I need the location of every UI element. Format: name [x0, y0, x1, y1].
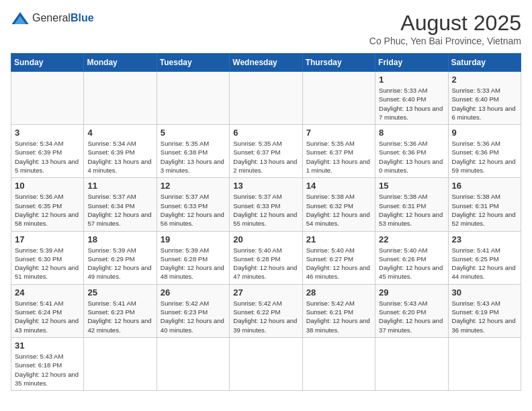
weekday-friday: Friday: [375, 54, 448, 72]
day-number: 12: [161, 181, 226, 191]
week-row-5: 24Sunrise: 5:41 AM Sunset: 6:24 PM Dayli…: [11, 284, 521, 337]
day-info: Sunrise: 5:35 AM Sunset: 6:38 PM Dayligh…: [161, 139, 226, 175]
day-number: 7: [306, 128, 371, 138]
day-info: Sunrise: 5:38 AM Sunset: 6:31 PM Dayligh…: [452, 192, 517, 228]
calendar-cell: 21Sunrise: 5:40 AM Sunset: 6:27 PM Dayli…: [302, 231, 375, 284]
weekday-sunday: Sunday: [11, 54, 84, 72]
logo: GeneralBlue: [11, 11, 94, 26]
day-number: 22: [379, 234, 444, 244]
calendar-cell: [157, 72, 229, 125]
day-number: 18: [87, 234, 152, 244]
day-info: Sunrise: 5:33 AM Sunset: 6:40 PM Dayligh…: [379, 86, 444, 122]
day-info: Sunrise: 5:43 AM Sunset: 6:19 PM Dayligh…: [452, 299, 517, 334]
calendar-cell: 8Sunrise: 5:36 AM Sunset: 6:36 PM Daylig…: [375, 125, 448, 178]
calendar-cell: 14Sunrise: 5:38 AM Sunset: 6:32 PM Dayli…: [302, 178, 375, 231]
calendar-cell: [11, 72, 84, 125]
day-info: Sunrise: 5:37 AM Sunset: 6:33 PM Dayligh…: [233, 192, 298, 228]
day-number: 13: [233, 181, 298, 191]
calendar-cell: [375, 337, 448, 390]
day-number: 2: [452, 75, 517, 85]
calendar-cell: 22Sunrise: 5:40 AM Sunset: 6:26 PM Dayli…: [375, 231, 448, 284]
day-number: 17: [15, 234, 80, 244]
day-number: 24: [15, 287, 80, 298]
calendar-cell: 7Sunrise: 5:35 AM Sunset: 6:37 PM Daylig…: [302, 125, 375, 178]
day-info: Sunrise: 5:38 AM Sunset: 6:31 PM Dayligh…: [379, 192, 444, 228]
calendar-cell: 25Sunrise: 5:41 AM Sunset: 6:23 PM Dayli…: [84, 284, 157, 337]
weekday-tuesday: Tuesday: [157, 54, 229, 72]
calendar-cell: 27Sunrise: 5:42 AM Sunset: 6:22 PM Dayli…: [230, 284, 302, 337]
day-info: Sunrise: 5:35 AM Sunset: 6:37 PM Dayligh…: [306, 139, 371, 175]
day-number: 23: [452, 234, 517, 244]
day-number: 14: [306, 181, 371, 191]
weekday-wednesday: Wednesday: [230, 54, 302, 72]
day-number: 16: [452, 181, 517, 191]
calendar-cell: 19Sunrise: 5:39 AM Sunset: 6:28 PM Dayli…: [157, 231, 229, 284]
calendar-cell: 5Sunrise: 5:35 AM Sunset: 6:38 PM Daylig…: [157, 125, 229, 178]
calendar-cell: 16Sunrise: 5:38 AM Sunset: 6:31 PM Dayli…: [448, 178, 521, 231]
week-row-4: 17Sunrise: 5:39 AM Sunset: 6:30 PM Dayli…: [11, 231, 521, 284]
day-info: Sunrise: 5:40 AM Sunset: 6:28 PM Dayligh…: [233, 246, 298, 281]
calendar-cell: 2Sunrise: 5:33 AM Sunset: 6:40 PM Daylig…: [448, 72, 521, 125]
calendar-cell: [302, 337, 375, 390]
day-info: Sunrise: 5:34 AM Sunset: 6:39 PM Dayligh…: [87, 139, 152, 175]
day-info: Sunrise: 5:37 AM Sunset: 6:33 PM Dayligh…: [161, 192, 226, 228]
calendar-cell: 11Sunrise: 5:37 AM Sunset: 6:34 PM Dayli…: [84, 178, 157, 231]
day-number: 21: [306, 234, 371, 244]
day-info: Sunrise: 5:39 AM Sunset: 6:28 PM Dayligh…: [161, 246, 226, 281]
day-number: 8: [379, 128, 444, 138]
day-info: Sunrise: 5:42 AM Sunset: 6:21 PM Dayligh…: [306, 299, 371, 334]
day-number: 6: [233, 128, 298, 138]
day-number: 9: [452, 128, 517, 138]
weekday-thursday: Thursday: [302, 54, 375, 72]
day-number: 29: [379, 287, 444, 298]
title-area: August 2025 Co Phuc, Yen Bai Province, V…: [369, 11, 521, 46]
week-row-2: 3Sunrise: 5:34 AM Sunset: 6:39 PM Daylig…: [11, 125, 521, 178]
day-info: Sunrise: 5:33 AM Sunset: 6:40 PM Dayligh…: [452, 86, 517, 122]
day-info: Sunrise: 5:40 AM Sunset: 6:26 PM Dayligh…: [379, 246, 444, 281]
day-number: 5: [161, 128, 226, 138]
calendar-cell: 12Sunrise: 5:37 AM Sunset: 6:33 PM Dayli…: [157, 178, 229, 231]
day-info: Sunrise: 5:37 AM Sunset: 6:34 PM Dayligh…: [87, 192, 152, 228]
day-info: Sunrise: 5:43 AM Sunset: 6:20 PM Dayligh…: [379, 299, 444, 334]
day-number: 1: [379, 75, 444, 85]
day-number: 11: [87, 181, 152, 191]
calendar-cell: [448, 337, 521, 390]
calendar-cell: 3Sunrise: 5:34 AM Sunset: 6:39 PM Daylig…: [11, 125, 84, 178]
day-info: Sunrise: 5:36 AM Sunset: 6:36 PM Dayligh…: [379, 139, 444, 175]
week-row-6: 31Sunrise: 5:43 AM Sunset: 6:18 PM Dayli…: [11, 337, 521, 390]
calendar-subtitle: Co Phuc, Yen Bai Province, Vietnam: [369, 36, 521, 46]
calendar-title: August 2025: [369, 11, 521, 36]
calendar-cell: 23Sunrise: 5:41 AM Sunset: 6:25 PM Dayli…: [448, 231, 521, 284]
calendar-cell: [84, 337, 157, 390]
day-number: 15: [379, 181, 444, 191]
day-number: 26: [161, 287, 226, 298]
day-number: 10: [15, 181, 80, 191]
calendar-cell: [157, 337, 229, 390]
day-info: Sunrise: 5:42 AM Sunset: 6:23 PM Dayligh…: [161, 299, 226, 334]
day-info: Sunrise: 5:35 AM Sunset: 6:37 PM Dayligh…: [233, 139, 298, 175]
calendar-cell: 13Sunrise: 5:37 AM Sunset: 6:33 PM Dayli…: [230, 178, 302, 231]
day-info: Sunrise: 5:38 AM Sunset: 6:32 PM Dayligh…: [306, 192, 371, 228]
weekday-header-row: SundayMondayTuesdayWednesdayThursdayFrid…: [11, 54, 521, 72]
calendar-cell: 1Sunrise: 5:33 AM Sunset: 6:40 PM Daylig…: [375, 72, 448, 125]
day-info: Sunrise: 5:40 AM Sunset: 6:27 PM Dayligh…: [306, 246, 371, 281]
logo-text: GeneralBlue: [32, 11, 94, 24]
day-info: Sunrise: 5:42 AM Sunset: 6:22 PM Dayligh…: [233, 299, 298, 334]
calendar-cell: 17Sunrise: 5:39 AM Sunset: 6:30 PM Dayli…: [11, 231, 84, 284]
calendar-cell: [302, 72, 375, 125]
weekday-monday: Monday: [84, 54, 157, 72]
calendar-cell: 28Sunrise: 5:42 AM Sunset: 6:21 PM Dayli…: [302, 284, 375, 337]
day-number: 3: [15, 128, 80, 138]
day-info: Sunrise: 5:41 AM Sunset: 6:23 PM Dayligh…: [87, 299, 152, 334]
day-number: 31: [15, 340, 80, 351]
calendar-cell: 30Sunrise: 5:43 AM Sunset: 6:19 PM Dayli…: [448, 284, 521, 337]
day-info: Sunrise: 5:39 AM Sunset: 6:30 PM Dayligh…: [15, 246, 80, 281]
week-row-1: 1Sunrise: 5:33 AM Sunset: 6:40 PM Daylig…: [11, 72, 521, 125]
day-number: 28: [306, 287, 371, 298]
day-info: Sunrise: 5:39 AM Sunset: 6:29 PM Dayligh…: [87, 246, 152, 281]
day-number: 20: [233, 234, 298, 244]
calendar-table: SundayMondayTuesdayWednesdayThursdayFrid…: [11, 53, 521, 391]
calendar-cell: 29Sunrise: 5:43 AM Sunset: 6:20 PM Dayli…: [375, 284, 448, 337]
calendar-cell: [84, 72, 157, 125]
day-info: Sunrise: 5:34 AM Sunset: 6:39 PM Dayligh…: [15, 139, 80, 175]
